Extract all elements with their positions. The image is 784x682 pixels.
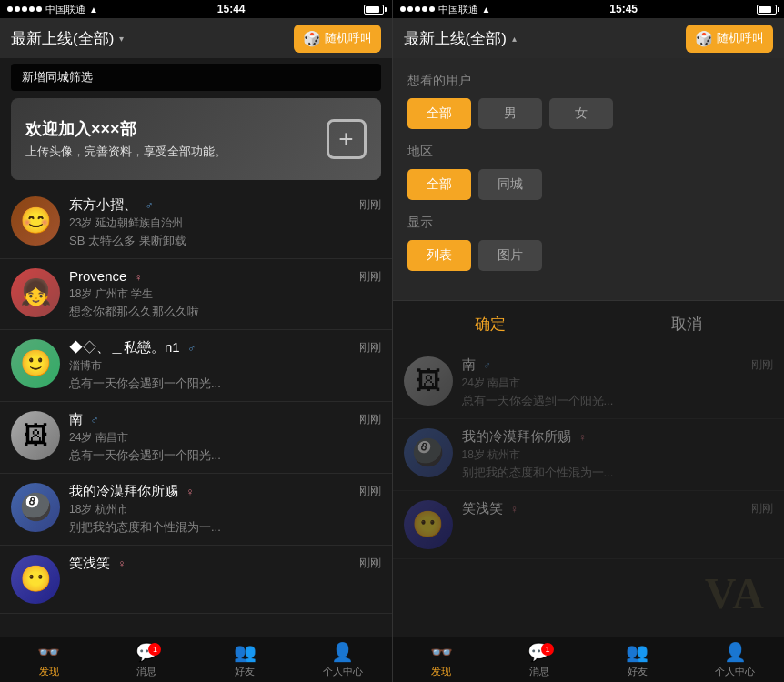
left-user-item-3[interactable]: 🖼 南 ♂ 刚刚 24岁 南昌市 总有一天你会遇到一个阳光... (0, 402, 392, 474)
left-user-item-0[interactable]: 😊 东方小摺、 ♂ 刚刚 23岁 延边朝鲜族自治州 SB 太特么多 果断卸载 (0, 187, 392, 259)
filter-btn-row-0: 全部男女 (407, 98, 770, 129)
right-user-info-1: 我的冷漠拜你所赐 ♀ 18岁 杭州市 别把我的态度和个性混为一... (462, 428, 774, 481)
right-tab-个人中心[interactable]: 👤 个人中心 (686, 641, 784, 678)
right-user-item-1[interactable]: 🎱 我的冷漠拜你所赐 ♀ 18岁 杭州市 别把我的态度和个性混为一... (393, 419, 785, 491)
time-label-2: 刚刚 (359, 340, 381, 356)
dot1 (7, 6, 13, 12)
user-name-row-2: ◆◇、＿私戀。n1 ♂ 刚刚 (69, 339, 381, 356)
left-user-item-2[interactable]: 🙂 ◆◇、＿私戀。n1 ♂ 刚刚 淄博市 总有一天你会遇到一个阳光... (0, 330, 392, 402)
right-nav-title[interactable]: 最新上线(全部) ▴ (404, 28, 517, 49)
avatar-face-1: 👧 (11, 268, 60, 317)
user-info-1: Provence ♀ 刚刚 18岁 广州市 学生 想念你都那么久那么久啦 (69, 268, 381, 320)
watermark: VA (705, 568, 766, 618)
right-random-call-button[interactable]: 🎲 随机呼叫 (686, 25, 773, 53)
user-meta-3: 24岁 南昌市 (69, 430, 381, 446)
right-carrier-label: 中国联通 (438, 3, 478, 16)
filter-btn-1-1[interactable]: 同城 (478, 169, 542, 200)
filter-section-title-2: 显示 (407, 215, 770, 231)
right-tab-发现[interactable]: 👓 发现 (393, 641, 491, 678)
left-top-nav: 最新上线(全部) ▾ 🎲 随机呼叫 (0, 18, 392, 58)
user-name-row-5: 笑浅笑 ♀ 刚刚 (69, 555, 381, 572)
right-user-name-2: 笑浅笑 ♀ (462, 500, 518, 517)
cancel-button[interactable]: 取消 (588, 301, 784, 347)
avatar-face-2: 🙂 (11, 339, 60, 388)
avatar-face-5: 😶 (11, 555, 60, 604)
r-dot5 (429, 6, 435, 12)
avatar-1: 👧 (11, 268, 60, 317)
right-dice-icon: 🎲 (695, 30, 713, 47)
user-name-0: 东方小摺、 ♂ (69, 196, 153, 214)
right-status-left: 中国联通 ▲ (400, 3, 491, 16)
right-bottom-tabs: 👓 发现 💬 消息 1 👥 好友 👤 个人中心 (393, 637, 785, 682)
left-tab-消息[interactable]: 💬 消息 1 (98, 641, 196, 678)
confirm-button[interactable]: 确定 (393, 301, 588, 347)
user-status-1: 想念你都那么久那么久啦 (69, 304, 381, 320)
left-user-item-4[interactable]: 🎱 我的冷漠拜你所赐 ♀ 刚刚 18岁 杭州市 别把我的态度和个性混为一... (0, 474, 392, 546)
left-time: 15:44 (217, 3, 246, 15)
right-gender-icon-1: ♀ (578, 431, 587, 444)
nav-dropdown-arrow: ▾ (119, 34, 124, 44)
time-label-0: 刚刚 (359, 197, 381, 213)
banner-plus-icon[interactable]: + (327, 119, 367, 159)
right-nav-dropdown-arrow: ▴ (512, 34, 517, 44)
right-phone-panel: 中国联通 ▲ 15:45 最新上线(全部) ▴ 🎲 随机呼叫 想看的用户全部男女… (393, 0, 785, 682)
battery-fill (366, 6, 378, 13)
right-tab-icon-2: 👥 (626, 641, 648, 663)
left-tab-个人中心[interactable]: 👤 个人中心 (294, 641, 392, 678)
filter-btn-1-0[interactable]: 全部 (407, 169, 471, 200)
left-status-bar: 中国联通 ▲ 15:44 (0, 0, 392, 18)
avatar-face-0: 😊 (11, 196, 60, 246)
left-tab-好友[interactable]: 👥 好友 (196, 641, 294, 678)
left-user-item-5[interactable]: 😶 笑浅笑 ♀ 刚刚 (0, 546, 392, 614)
left-status-left: 中国联通 ▲ (7, 3, 98, 16)
random-call-label: 随机呼叫 (325, 30, 372, 46)
right-time: 15:45 (609, 3, 638, 15)
right-tab-label-0: 发现 (431, 665, 451, 678)
right-time-label-2: 刚刚 (751, 501, 773, 517)
user-name-row-4: 我的冷漠拜你所赐 ♀ 刚刚 (69, 483, 381, 500)
filter-btn-0-1[interactable]: 男 (478, 98, 542, 129)
battery-icon (364, 5, 384, 15)
r-dot2 (407, 6, 413, 12)
user-info-2: ◆◇、＿私戀。n1 ♂ 刚刚 淄博市 总有一天你会遇到一个阳光... (69, 339, 381, 392)
left-tab-发现[interactable]: 👓 发现 (0, 641, 98, 678)
wifi-icon: ▲ (89, 5, 98, 15)
filter-overlay: 想看的用户全部男女地区全部同城显示列表图片 (393, 58, 785, 300)
right-user-name-row-2: 笑浅笑 ♀ 刚刚 (462, 500, 774, 517)
user-info-4: 我的冷漠拜你所赐 ♀ 刚刚 18岁 杭州市 别把我的态度和个性混为一... (69, 483, 381, 536)
filter-btn-2-1[interactable]: 图片 (478, 240, 542, 271)
right-wifi-icon: ▲ (482, 5, 491, 15)
right-tab-好友[interactable]: 👥 好友 (588, 641, 687, 678)
right-tab-label-3: 个人中心 (715, 665, 755, 678)
left-phone-panel: 中国联通 ▲ 15:44 最新上线(全部) ▾ 🎲 随机呼叫 新增同城筛选 欢迎… (0, 0, 392, 682)
left-user-item-1[interactable]: 👧 Provence ♀ 刚刚 18岁 广州市 学生 想念你都那么久那么久啦 (0, 259, 392, 330)
welcome-banner[interactable]: 欢迎加入×××部 上传头像，完善资料，享受全部功能。 + (11, 98, 381, 180)
tab-label-3: 个人中心 (323, 665, 363, 678)
user-status-2: 总有一天你会遇到一个阳光... (69, 376, 381, 392)
dot3 (22, 6, 27, 12)
right-avatar-0: 🖼 (404, 356, 453, 406)
random-call-button[interactable]: 🎲 随机呼叫 (294, 25, 381, 53)
right-signal-dots (400, 6, 435, 12)
right-avatar-2: 😶 (404, 500, 453, 549)
filter-actions: 确定 取消 (393, 300, 785, 347)
right-gender-icon-0: ♂ (483, 359, 491, 372)
left-nav-title[interactable]: 最新上线(全部) ▾ (11, 28, 124, 49)
right-user-item-2[interactable]: 😶 笑浅笑 ♀ 刚刚 (393, 491, 785, 559)
user-info-5: 笑浅笑 ♀ 刚刚 (69, 555, 381, 574)
gender-icon-5: ♀ (117, 557, 126, 570)
dot5 (36, 6, 42, 12)
right-top-nav: 最新上线(全部) ▴ 🎲 随机呼叫 (393, 18, 785, 58)
filter-btn-2-0[interactable]: 列表 (407, 240, 471, 271)
right-tab-消息[interactable]: 💬 消息 1 (490, 641, 588, 678)
gender-icon-0: ♂ (145, 199, 153, 212)
tab-label-0: 发现 (39, 665, 59, 678)
left-status-right (364, 5, 384, 15)
r-dot1 (400, 6, 406, 12)
right-user-info-0: 南 ♂ 刚刚 24岁 南昌市 总有一天你会遇到一个阳光... (462, 356, 774, 409)
user-meta-2: 淄博市 (69, 358, 381, 374)
filter-btn-0-2[interactable]: 女 (549, 98, 613, 129)
right-user-status-0: 总有一天你会遇到一个阳光... (462, 393, 774, 409)
filter-btn-0-0[interactable]: 全部 (407, 98, 471, 129)
right-user-item-0[interactable]: 🖼 南 ♂ 刚刚 24岁 南昌市 总有一天你会遇到一个阳光... (393, 347, 785, 419)
